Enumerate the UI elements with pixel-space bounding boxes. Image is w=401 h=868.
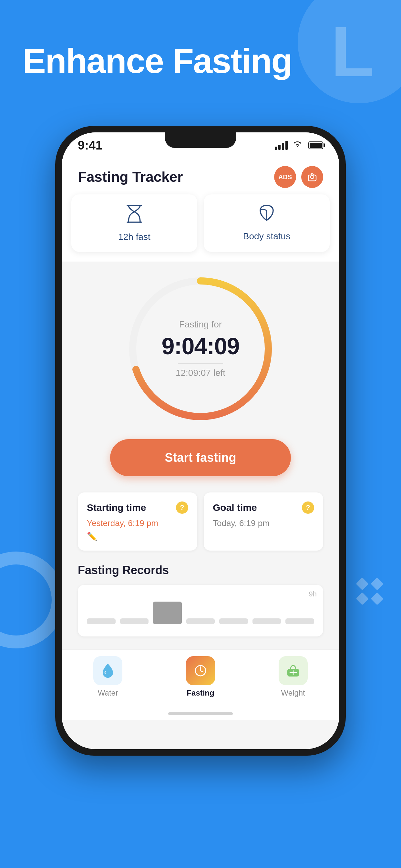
chart-bar-2 (120, 618, 149, 624)
phone-screen: 9:41 (62, 132, 339, 749)
bg-letter-l: L (331, 16, 374, 87)
wifi-icon (292, 141, 303, 151)
status-icons (275, 141, 323, 151)
app-title: Fasting Tracker (78, 169, 183, 185)
chart-bar-1 (87, 618, 116, 624)
weight-icon (279, 656, 308, 685)
goal-time-help[interactable]: ? (302, 501, 314, 514)
starting-time-value: Yesterday, 6:19 pm (87, 518, 188, 528)
timer-label: Fasting for (144, 319, 257, 330)
bg-decoration-circle: L (298, 0, 401, 103)
notch (165, 132, 236, 148)
status-time: 9:41 (78, 138, 102, 152)
header-buttons: ADS (274, 166, 323, 188)
ads-button[interactable]: ADS (274, 166, 296, 188)
app-header: Fasting Tracker ADS (62, 158, 339, 194)
tab-cards: 12h fast Body status (62, 194, 339, 261)
diamond-2 (371, 578, 383, 590)
bottom-nav: Water Fasting (62, 649, 339, 707)
hourglass-icon (126, 204, 143, 227)
chart-bar-5 (219, 618, 248, 624)
timer-divider (178, 363, 223, 364)
battery-icon (308, 142, 323, 149)
starting-time-help[interactable]: ? (176, 501, 188, 514)
tab-card-body[interactable]: Body status (204, 194, 330, 252)
phone-frame: 9:41 (55, 126, 346, 755)
status-bar: 9:41 (62, 132, 339, 158)
bg-decoration-ring (0, 552, 65, 648)
chart-bar-6 (252, 618, 281, 624)
water-icon (93, 656, 122, 685)
edit-starting-time-icon[interactable]: ✏️ (87, 531, 188, 541)
nav-water-label: Water (98, 688, 118, 698)
records-section: Fasting Records 9h (78, 563, 323, 637)
tab-fast-label: 12h fast (118, 232, 150, 242)
tab-card-fast[interactable]: 12h fast (71, 194, 197, 252)
timer-remaining: 12:09:07 left (144, 368, 257, 378)
home-bar (168, 712, 233, 715)
home-indicator (62, 707, 339, 720)
timer-display: Fasting for 9:04:09 12:09:07 left (144, 319, 257, 378)
bg-decoration-diamonds (358, 579, 382, 603)
diamond-3 (356, 592, 369, 605)
time-cards: Starting time ? Yesterday, 6:19 pm ✏️ Go… (78, 492, 323, 551)
nav-item-fasting[interactable]: Fasting (186, 656, 215, 698)
nav-item-weight[interactable]: Weight (279, 656, 308, 698)
page-title: Enhance Fasting (23, 42, 292, 81)
nav-item-water[interactable]: Water (93, 656, 122, 698)
leaf-icon (258, 204, 275, 227)
diamond-4 (371, 592, 383, 605)
tab-body-label: Body status (243, 231, 290, 242)
svg-point-0 (311, 175, 314, 179)
signal-icon (275, 141, 288, 150)
starting-time-title: Starting time (87, 502, 146, 513)
diamond-1 (356, 578, 369, 590)
start-fasting-button[interactable]: Start fasting (110, 439, 291, 476)
goal-time-title: Goal time (213, 502, 257, 513)
camera-button[interactable] (301, 166, 323, 188)
nav-fasting-label: Fasting (187, 688, 214, 698)
starting-time-card: Starting time ? Yesterday, 6:19 pm ✏️ (78, 492, 197, 551)
records-title: Fasting Records (78, 563, 323, 577)
chart-bar-7 (285, 618, 314, 624)
timer-value: 9:04:09 (144, 333, 257, 360)
chart-bar-4 (186, 618, 215, 624)
chart-bars (87, 594, 314, 627)
nav-weight-label: Weight (281, 688, 305, 698)
chart-label: 9h (309, 590, 317, 598)
main-content: Fasting for 9:04:09 12:09:07 left Start … (62, 261, 339, 649)
fasting-nav-icon (186, 656, 215, 685)
goal-time-value: Today, 6:19 pm (213, 518, 314, 528)
chart-bar-3 (153, 601, 182, 624)
records-chart: 9h (78, 585, 323, 637)
svg-rect-1 (308, 175, 316, 181)
timer-container: Fasting for 9:04:09 12:09:07 left (126, 275, 275, 423)
goal-time-card: Goal time ? Today, 6:19 pm (204, 492, 323, 551)
